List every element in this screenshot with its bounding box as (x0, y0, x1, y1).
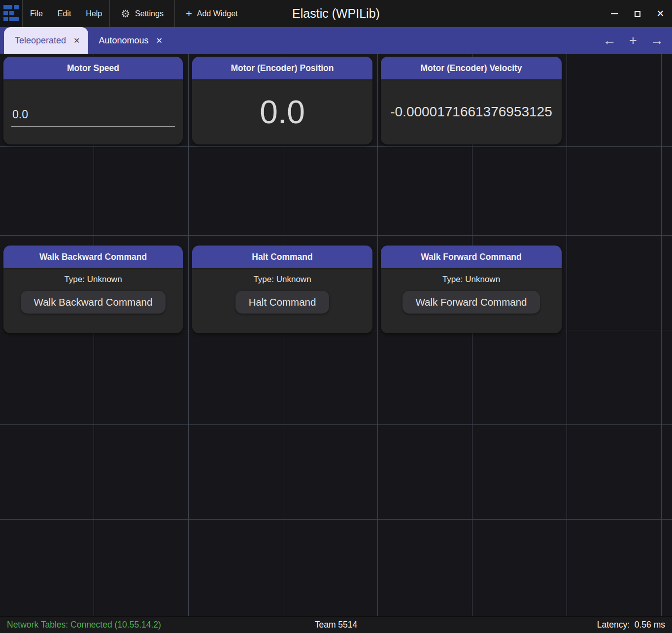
close-icon: ✕ (657, 9, 665, 18)
settings-label: Settings (135, 9, 164, 18)
team-number: Team 5514 (0, 620, 672, 630)
app-logo-icon (0, 0, 22, 27)
add-widget-label: Add Widget (197, 9, 238, 18)
command-type-label: Type: Unknown (253, 275, 311, 284)
add-widget-button[interactable]: + Add Widget (175, 0, 249, 27)
command-type-label: Type: Unknown (442, 275, 500, 284)
widget-motor-encoder-velocity[interactable]: Motor (Encoder) Velocity -0.000017166137… (381, 57, 562, 144)
maximize-icon (635, 11, 640, 17)
close-button[interactable]: ✕ (649, 0, 672, 27)
settings-button[interactable]: ⚙ Settings (110, 0, 174, 27)
window-controls: ✕ (603, 0, 672, 27)
widget-title: Motor (Encoder) Position (192, 57, 372, 79)
dashboard-grid-canvas: Motor Speed Motor (Encoder) Position 0.0… (0, 54, 672, 616)
maximize-button[interactable] (626, 0, 649, 27)
title-bar: File Edit Help ⚙ Settings + Add Widget E… (0, 0, 672, 27)
walk-backward-command-button[interactable]: Walk Backward Command (21, 291, 166, 314)
widget-title: Halt Command (192, 246, 372, 268)
tab-bar: Teleoperated ✕ Autonomous ✕ ← + → (0, 27, 672, 54)
halt-command-button[interactable]: Halt Command (235, 291, 330, 314)
motor-speed-input[interactable] (11, 108, 175, 127)
widget-body (3, 79, 183, 144)
widget-body: Type: Unknown Walk Forward Command (381, 268, 562, 333)
widget-body: Type: Unknown Walk Backward Command (3, 268, 183, 333)
status-bar: Network Tables: Connected (10.55.14.2) T… (0, 616, 672, 633)
gear-icon: ⚙ (121, 8, 130, 19)
close-icon[interactable]: ✕ (73, 37, 80, 45)
widget-walk-backward-command[interactable]: Walk Backward Command Type: Unknown Walk… (3, 246, 183, 333)
minimize-button[interactable] (603, 0, 626, 27)
left-arrow-icon[interactable]: ← (601, 34, 618, 47)
tab-label: Teleoperated (15, 35, 66, 46)
widget-body: 0.0 (192, 79, 372, 144)
widget-title: Motor (Encoder) Velocity (381, 57, 562, 79)
velocity-value: -0.0000171661376953125 (381, 79, 562, 144)
tab-teleoperated[interactable]: Teleoperated ✕ (4, 27, 88, 54)
right-arrow-icon[interactable]: → (648, 34, 665, 47)
widget-title: Motor Speed (3, 57, 183, 79)
widget-halt-command[interactable]: Halt Command Type: Unknown Halt Command (192, 246, 372, 333)
widget-title: Walk Backward Command (3, 246, 183, 268)
plus-icon: + (186, 8, 192, 19)
tab-label: Autonomous (99, 35, 149, 46)
tab-autonomous[interactable]: Autonomous ✕ (88, 27, 170, 54)
widget-walk-forward-command[interactable]: Walk Forward Command Type: Unknown Walk … (381, 246, 562, 333)
latency-readout: Latency: 0.56 ms (597, 620, 665, 630)
widget-title: Walk Forward Command (381, 246, 562, 268)
menu-help[interactable]: Help (78, 0, 109, 27)
widget-body: -0.0000171661376953125 (381, 79, 562, 144)
command-type-label: Type: Unknown (64, 275, 122, 284)
menu-file[interactable]: File (23, 0, 50, 27)
add-tab-icon[interactable]: + (625, 34, 641, 47)
close-icon[interactable]: ✕ (156, 37, 163, 45)
position-value: 0.0 (192, 79, 372, 144)
menu-edit[interactable]: Edit (50, 0, 79, 27)
tab-actions: ← + → (601, 27, 665, 54)
widget-motor-encoder-position[interactable]: Motor (Encoder) Position 0.0 (192, 57, 372, 144)
widget-body: Type: Unknown Halt Command (192, 268, 372, 333)
widget-motor-speed[interactable]: Motor Speed (3, 57, 183, 144)
walk-forward-command-button[interactable]: Walk Forward Command (403, 291, 540, 314)
minimize-icon (611, 13, 618, 14)
